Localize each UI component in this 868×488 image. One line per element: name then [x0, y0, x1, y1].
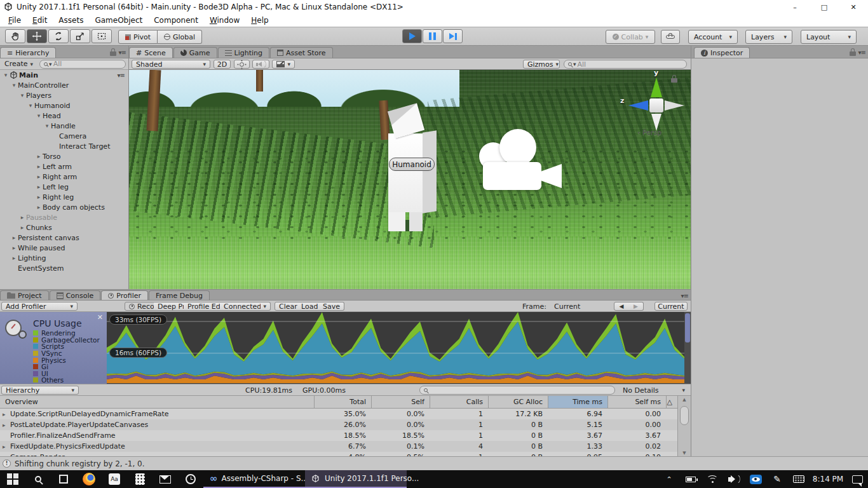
axis-y-cone[interactable] [651, 78, 662, 97]
foldout-collapsed-icon[interactable]: ▸ [18, 214, 26, 220]
tab-inspector[interactable]: iInspector [694, 47, 750, 58]
axis-z-cone[interactable] [628, 100, 648, 111]
tray-expand-button[interactable]: ⌃ [658, 470, 680, 488]
panel-menu-icon[interactable]: ▾≡ [858, 49, 865, 56]
foldout-expanded-icon[interactable]: ▾ [18, 92, 26, 98]
column-header-self-ms[interactable]: Self ms [607, 396, 666, 408]
details-dropdown[interactable]: No Details▾ [619, 386, 689, 395]
tree-item-interact-target[interactable]: Interact Target [0, 141, 128, 151]
tree-item-right-leg[interactable]: ▸Right leg [0, 192, 128, 202]
move-tool-button[interactable] [27, 29, 47, 43]
menu-component[interactable]: Component [148, 16, 204, 25]
scene-viewport[interactable]: Humanoid y z ‹ Persp [129, 70, 691, 289]
task-view-button[interactable] [51, 470, 76, 488]
scene-audio-toggle[interactable] [252, 60, 269, 69]
rect-tool-button[interactable] [92, 29, 112, 43]
tree-item-lighting[interactable]: ▸Lighting [0, 253, 128, 263]
foldout-collapsed-icon[interactable]: ▸ [10, 234, 18, 241]
tree-item-torso[interactable]: ▸Torso [0, 151, 128, 161]
foldout-collapsed-icon[interactable]: ▸ [35, 163, 43, 170]
lock-icon[interactable] [850, 48, 856, 56]
step-button[interactable] [443, 29, 463, 43]
tree-item-head[interactable]: ▾Head [0, 111, 128, 121]
menu-gameobject[interactable]: GameObject [89, 16, 148, 25]
foldout-collapsed-icon[interactable]: ▸ [35, 194, 43, 200]
cpu-usage-chart[interactable]: 33ms (30FPS) 16ms (60FPS) [107, 312, 684, 384]
foldout-expanded-icon[interactable]: ▾ [10, 82, 18, 88]
add-profiler-dropdown[interactable]: Add Profiler▾ [1, 302, 78, 311]
humanoid-left-leg[interactable] [388, 212, 405, 231]
scale-tool-button[interactable] [70, 29, 90, 43]
panel-menu-icon[interactable]: ▾≡ [681, 292, 688, 299]
clock-taskbar-button[interactable] [178, 470, 203, 488]
lock-icon[interactable] [110, 48, 116, 56]
2d-toggle-button[interactable]: 2D [214, 60, 231, 69]
touch-keyboard-tray-icon[interactable] [788, 470, 810, 488]
table-row[interactable]: ▸FixedUpdate.PhysicsFixedUpdate6.7%0.1%4… [0, 441, 677, 452]
tree-item-players[interactable]: ▾Players [0, 90, 128, 100]
wifi-tray-icon[interactable] [702, 470, 723, 488]
mail-taskbar-button[interactable] [153, 470, 178, 488]
table-scrollbar[interactable]: ▲ ▼ [677, 396, 691, 457]
foldout-collapsed-icon[interactable]: ▸ [3, 444, 9, 450]
column-header-calls[interactable]: Calls [430, 396, 488, 408]
account-dropdown[interactable]: Account▾ [688, 30, 738, 44]
close-button[interactable]: ✕ [839, 0, 868, 14]
humanoid-torso-side[interactable] [423, 130, 437, 213]
foldout-expanded-icon[interactable]: ▾ [27, 102, 34, 109]
foldout-collapsed-icon[interactable]: ▸ [35, 204, 43, 210]
tab-project[interactable]: Project [0, 290, 49, 300]
tab-scene[interactable]: #Scene [129, 47, 173, 58]
menu-file[interactable]: File [3, 16, 27, 25]
column-header-gc-alloc[interactable]: GC Alloc [488, 396, 548, 408]
taskbar-search-button[interactable] [25, 470, 51, 488]
menu-window[interactable]: Window [204, 16, 245, 25]
foldout-expanded-icon[interactable]: ▾ [35, 112, 43, 119]
foldout-collapsed-icon[interactable]: ▸ [18, 224, 26, 231]
tree-item-pausable[interactable]: ▸Pausable [0, 212, 128, 222]
table-row[interactable]: Profiler.FinalizeAndSendFrame18.5%18.5%1… [0, 430, 677, 441]
scene-lighting-toggle[interactable] [234, 60, 250, 69]
tree-item-left-arm[interactable]: ▸Left arm [0, 161, 128, 172]
layers-dropdown[interactable]: Layers▾ [745, 30, 792, 44]
menu-help[interactable]: Help [245, 16, 274, 25]
panel-menu-icon[interactable]: ▾≡ [119, 49, 126, 56]
tab-hierarchy[interactable]: ≡Hierarchy [0, 47, 56, 58]
tree-item-handle[interactable]: ▾Handle [0, 121, 128, 131]
tree-item-left-leg[interactable]: ▸Left leg [0, 182, 128, 192]
tree-item-persistent-canvas[interactable]: ▸Persistent canvas [0, 233, 128, 243]
draw-mode-dropdown[interactable]: Shaded▾ [132, 60, 210, 69]
humanoid-torso[interactable] [388, 133, 423, 212]
scene-effects-dropdown[interactable]: ▾ [272, 60, 295, 69]
warnings-column-header[interactable]: △ [666, 396, 677, 408]
rotate-tool-button[interactable] [48, 29, 69, 43]
calculator-taskbar-button[interactable] [127, 470, 153, 488]
tree-item-while-paused[interactable]: ▸While paused [0, 243, 128, 253]
play-button[interactable] [402, 29, 422, 43]
column-header-total[interactable]: Total [314, 396, 371, 408]
foldout-collapsed-icon[interactable]: ▸ [3, 422, 9, 428]
gizmos-dropdown[interactable]: Gizmos▾ [523, 60, 560, 69]
volume-tray-icon[interactable] [723, 470, 745, 488]
hierarchy-search-input[interactable]: ▾ All [39, 60, 126, 69]
foldout-expanded-icon[interactable]: ▾ [43, 123, 51, 129]
tree-item-main[interactable]: ▾Main▾≡ [0, 70, 128, 80]
tab-frame-debug[interactable]: Frame Debug [149, 290, 210, 300]
column-header-self[interactable]: Self [371, 396, 430, 408]
menu-edit[interactable]: Edit [27, 16, 53, 25]
tree-item-right-arm[interactable]: ▸Right arm [0, 172, 128, 182]
humanoid-right-leg[interactable] [409, 212, 423, 231]
table-row[interactable]: ▸PostLateUpdate.PlayerUpdateCanvases26.0… [0, 419, 677, 430]
camera-gizmo-body[interactable] [483, 162, 541, 190]
firefox-taskbar-button[interactable] [76, 470, 102, 488]
taskbar-app-unity[interactable]: Unity 2017.1.1f1 Perso... [305, 470, 407, 488]
foldout-collapsed-icon[interactable]: ▸ [35, 184, 43, 190]
dictionary-taskbar-button[interactable]: Aa [102, 470, 127, 488]
tree-item-chunks[interactable]: ▸Chunks [0, 222, 128, 233]
eye-app-tray-icon[interactable] [745, 470, 766, 488]
start-button[interactable] [0, 470, 25, 488]
scene-menu-icon[interactable]: ▾≡ [118, 72, 125, 79]
chart-scrollbar[interactable] [684, 312, 691, 384]
status-bar[interactable]: ! Shifting chunk registry by 2, -1, 0. [0, 456, 868, 470]
tab-lighting[interactable]: Lighting [218, 47, 269, 58]
